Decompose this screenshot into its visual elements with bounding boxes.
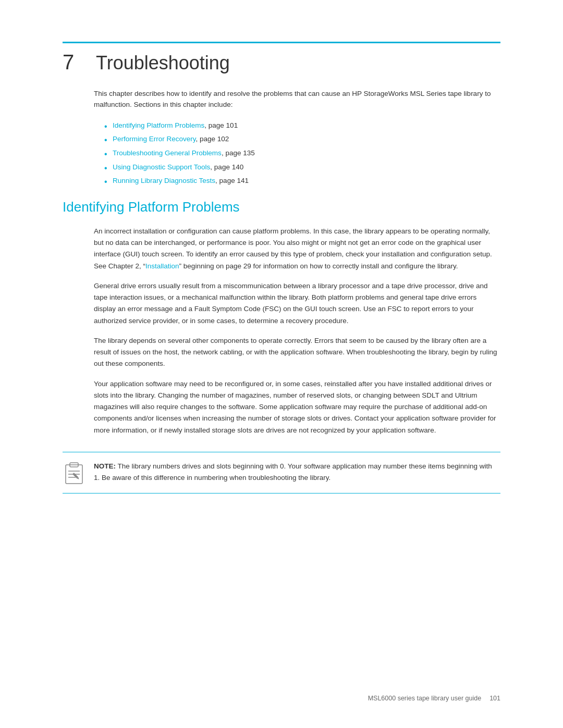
list-item: Identifying Platform Problems, page 101 <box>104 120 500 131</box>
section1-para3: The library depends on several other com… <box>94 335 500 370</box>
note-box: NOTE: The library numbers drives and slo… <box>63 452 500 493</box>
section1-para4: Your application software may need to be… <box>94 378 500 436</box>
toc-link-2[interactable]: Performing Error Recovery <box>113 135 196 143</box>
toc-link-3[interactable]: Troubleshooting General Problems <box>113 149 222 157</box>
list-item: Performing Error Recovery, page 102 <box>104 133 500 145</box>
page-container: 7 Troubleshooting This chapter describes… <box>0 0 563 728</box>
note-content: NOTE: The library numbers drives and slo… <box>94 461 492 484</box>
toc-link-4[interactable]: Using Diagnostic Support Tools <box>113 163 210 171</box>
chapter-title: Troubleshooting <box>96 53 230 73</box>
list-item: Using Diagnostic Support Tools, page 140 <box>104 162 500 173</box>
toc-link-1[interactable]: Identifying Platform Problems <box>113 121 204 129</box>
footer-text: MSL6000 series tape library user guide <box>368 695 481 702</box>
footer: MSL6000 series tape library user guide 1… <box>368 695 500 702</box>
toc-list: Identifying Platform Problems, page 101 … <box>104 120 500 187</box>
section1-heading: Identifying Platform Problems <box>63 199 500 215</box>
note-body: The library numbers drives and slots beg… <box>94 462 492 482</box>
section1-para1: An incorrect installation or configurati… <box>94 226 500 272</box>
chapter-header: 7 Troubleshooting <box>63 42 500 73</box>
footer-page-number: 101 <box>489 695 500 702</box>
note-label: NOTE: <box>94 462 116 470</box>
list-item: Troubleshooting General Problems, page 1… <box>104 147 500 159</box>
note-icon <box>63 462 85 485</box>
chapter-intro: This chapter describes how to identify a… <box>94 88 500 110</box>
installation-link[interactable]: Installation <box>145 262 179 270</box>
toc-link-5[interactable]: Running Library Diagnostic Tests <box>113 177 215 184</box>
section1-para2: General drive errors usually result from… <box>94 280 500 327</box>
chapter-number: 7 <box>63 52 83 72</box>
list-item: Running Library Diagnostic Tests, page 1… <box>104 175 500 187</box>
